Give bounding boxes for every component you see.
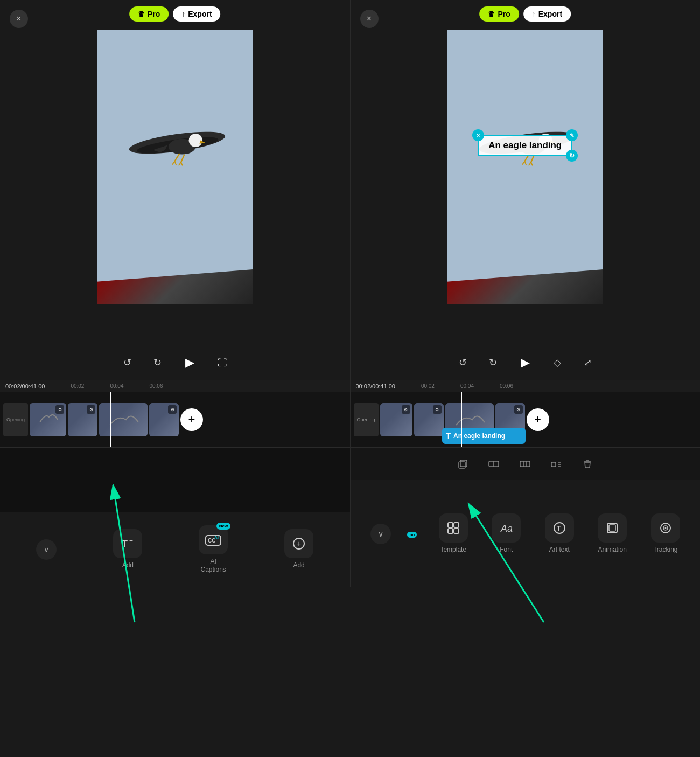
left-redo-button[interactable]: ↻: [148, 353, 167, 372]
left-cursor-line: [110, 392, 111, 447]
ai-captions-tool[interactable]: CC AI New AICaptions: [199, 525, 228, 574]
left-video-banner: [97, 269, 253, 304]
timeline-row: 00:02/00:41 00 00:02 00:04 00:06 Opening…: [0, 380, 700, 447]
svg-rect-52: [609, 525, 615, 531]
overlay-close-icon[interactable]: ×: [472, 129, 484, 141]
left-add-icon-box: T +: [113, 529, 142, 558]
tracking-icon: [659, 521, 673, 535]
left-pro-label: Pro: [148, 10, 160, 18]
svg-line-23: [531, 162, 533, 165]
animation-tool[interactable]: Animation: [598, 513, 627, 554]
left-opening-label: Opening: [3, 403, 28, 436]
right-upload-icon: ↑: [532, 10, 536, 18]
controls-row: ↺ ↻ ▶ ⛶ ↺ ↻ ▶ ◇ ⤢: [0, 345, 700, 380]
svg-line-7: [181, 155, 184, 162]
right-tracks-area: Opening ⚙ ⚙: [351, 392, 701, 447]
right-clip-1[interactable]: ⚙: [380, 403, 412, 436]
right-controls: ↺ ↻ ▶ ◇ ⤢: [350, 345, 701, 380]
left-clip-3[interactable]: [99, 403, 148, 436]
left-marker-3: 00:06: [149, 383, 163, 389]
mini-split2-button[interactable]: [515, 454, 535, 474]
left-add-tool[interactable]: T + Add: [113, 529, 142, 570]
overlay-text: An eagle landing: [488, 140, 562, 150]
right-text-track[interactable]: T An eagle landing: [442, 428, 526, 444]
left-clip-1[interactable]: ⚙: [30, 403, 66, 436]
clip-3-thumb: [107, 409, 139, 430]
tracking-label: Tracking: [653, 546, 678, 554]
left-undo-button[interactable]: ↺: [118, 353, 137, 372]
right-play-button[interactable]: ▶: [513, 351, 537, 374]
left-tracks-area: Opening ⚙ ⚙: [0, 392, 350, 447]
svg-point-55: [664, 527, 666, 529]
bottom-section: ∨ T + Add CC AI: [0, 447, 700, 587]
left-close-button[interactable]: ×: [10, 10, 28, 28]
svg-rect-31: [459, 462, 465, 468]
right-clip-1-icon: ⚙: [402, 405, 410, 414]
svg-rect-38: [551, 462, 556, 467]
add-tool-label: Add: [122, 561, 134, 570]
left-marker-1: 00:02: [71, 383, 84, 389]
left-controls: ↺ ↻ ▶ ⛶: [0, 345, 350, 380]
font-icon: Aa: [499, 521, 513, 535]
mini-split3-button[interactable]: [546, 454, 566, 474]
mini-split1-button[interactable]: [484, 454, 504, 474]
split2-icon: [519, 458, 531, 470]
right-tools-bar: ∨ no Template: [351, 480, 701, 587]
left-add2-tool[interactable]: + Add: [284, 529, 313, 570]
svg-text:T: T: [122, 539, 128, 550]
left-clip-4[interactable]: ⚙: [149, 403, 179, 436]
left-video-panel: × ♛ Pro ↑ Export: [0, 0, 350, 345]
add-element-icon: +: [292, 537, 306, 551]
svg-line-9: [174, 161, 176, 165]
left-video-toolbar: ♛ Pro ↑ Export: [129, 6, 221, 22]
svg-rect-45: [454, 523, 459, 527]
mini-duplicate-button[interactable]: [452, 454, 473, 474]
right-export-button[interactable]: ↑ Export: [523, 6, 571, 22]
left-eagle-svg: [97, 62, 253, 224]
ai-captions-label: AICaptions: [201, 558, 226, 574]
right-pro-button[interactable]: ♛ Pro: [479, 6, 519, 22]
left-collapse-button[interactable]: ∨: [36, 539, 57, 560]
overlay-resize-icon[interactable]: ↻: [566, 150, 578, 162]
art-text-tool[interactable]: T Art text: [545, 513, 574, 554]
left-add-clip-button[interactable]: +: [180, 408, 203, 431]
clip-4-settings-icon: ⚙: [168, 405, 177, 414]
right-close-button[interactable]: ×: [360, 10, 379, 28]
videos-row: × ♛ Pro ↑ Export: [0, 0, 700, 345]
tracking-icon-box: [651, 513, 680, 543]
art-text-label: Art text: [549, 546, 570, 554]
left-play-button[interactable]: ▶: [178, 351, 202, 374]
right-cursor-line: [461, 392, 462, 447]
left-marker-2: 00:04: [110, 383, 123, 389]
right-video-toolbar: ♛ Pro ↑ Export: [479, 6, 571, 22]
text-overlay-container: × ✎ An eagle landing ↻: [478, 135, 572, 156]
overlay-edit-icon[interactable]: ✎: [566, 129, 578, 141]
split1-icon: [488, 458, 500, 470]
left-clip-2[interactable]: ⚙: [68, 403, 97, 436]
right-add-clip-button[interactable]: +: [527, 408, 549, 431]
eagle-text-overlay[interactable]: × ✎ An eagle landing ↻: [478, 135, 572, 156]
left-export-button[interactable]: ↑ Export: [173, 6, 220, 22]
right-clip-2-icon: ⚙: [433, 405, 442, 414]
mini-delete-button[interactable]: [577, 454, 598, 474]
add-text-icon: T +: [121, 537, 135, 551]
right-undo-button[interactable]: ↺: [453, 353, 472, 372]
right-collapse-button[interactable]: ∨: [370, 524, 391, 544]
template-tool[interactable]: Template: [439, 513, 468, 554]
font-tool[interactable]: Aa Font: [492, 513, 521, 554]
svg-line-6: [174, 154, 179, 161]
right-redo-button[interactable]: ↻: [483, 353, 502, 372]
right-pro-label: Pro: [498, 10, 510, 18]
left-export-label: Export: [188, 10, 212, 18]
right-preview-area: × ✎ An eagle landing ↻: [447, 30, 603, 304]
right-diamond-button[interactable]: ◇: [548, 353, 567, 372]
right-video-panel: × ♛ Pro ↑ Export: [350, 0, 701, 345]
right-expand-button[interactable]: ⤢: [578, 353, 597, 372]
clip-2-settings-icon: ⚙: [87, 405, 95, 414]
left-pro-button[interactable]: ♛ Pro: [129, 6, 169, 22]
right-clip-2[interactable]: ⚙: [414, 403, 444, 436]
ai-captions-badge: New: [216, 523, 230, 530]
tracking-tool[interactable]: Tracking: [651, 513, 680, 554]
left-fullscreen-button[interactable]: ⛶: [213, 353, 232, 372]
right-marker-2: 00:04: [460, 383, 474, 389]
